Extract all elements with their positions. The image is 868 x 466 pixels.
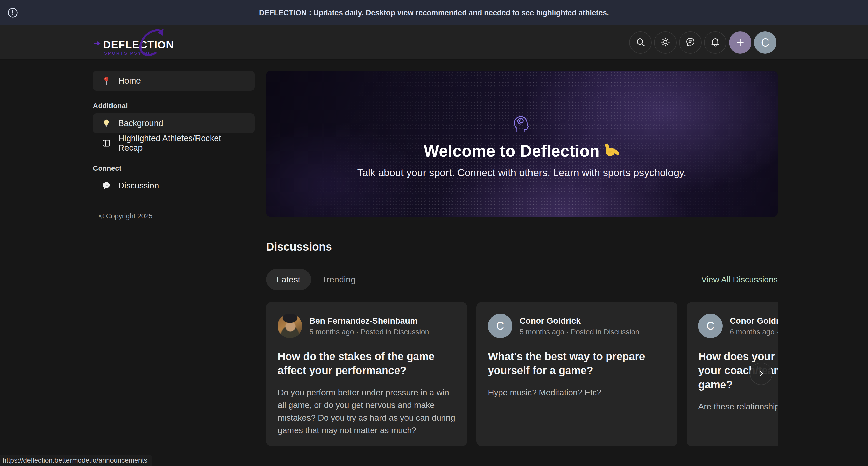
announcement-text: DEFLECTION : Updates daily. Desktop view… (259, 9, 609, 17)
carousel-next-button[interactable] (750, 362, 772, 385)
author-avatar-initial: C (496, 320, 504, 332)
plus-icon: + (736, 36, 744, 49)
mind-spiral-icon (509, 110, 534, 135)
sidebar-section-title: Additional (93, 102, 254, 110)
pin-icon (101, 76, 111, 86)
post-meta: 5 months ago · Posted in Discussion (309, 328, 429, 336)
card-track: Ben Fernandez-Sheinbaum 5 months ago · P… (266, 302, 778, 446)
sidebar-item-highlighted-athletes[interactable]: Highlighted Athletes/Rocket Recap (93, 133, 254, 153)
header-actions: + C (629, 31, 776, 54)
create-post-button[interactable]: + (729, 31, 751, 54)
author-avatar[interactable]: C (488, 314, 513, 338)
tab-latest[interactable]: Latest (266, 269, 311, 290)
search-button[interactable] (629, 31, 652, 54)
main-content: Welcome to Deflection Talk about your sp… (266, 71, 778, 446)
discussion-card[interactable]: Ben Fernandez-Sheinbaum 5 months ago · P… (266, 302, 467, 446)
sun-icon (660, 37, 671, 48)
alert-icon (7, 7, 18, 18)
theme-toggle-button[interactable] (654, 31, 677, 54)
author-name[interactable]: Ben Fernandez-Sheinbaum (309, 316, 429, 326)
messages-button[interactable] (679, 31, 702, 54)
discussions-carousel: Ben Fernandez-Sheinbaum 5 months ago · P… (266, 302, 778, 446)
hero-banner: Welcome to Deflection Talk about your sp… (266, 71, 778, 217)
chat-bubble-icon (685, 37, 695, 48)
post-meta: 6 months ago · Posted in Discussion (730, 328, 778, 336)
author-name[interactable]: Conor Goldrick (520, 316, 640, 326)
copyright-text: © Copyright 2025 (93, 212, 254, 220)
user-avatar-initial: C (761, 36, 769, 50)
sidebar-section-title: Connect (93, 164, 254, 172)
post-body: Are these relationships important to you… (698, 400, 778, 413)
author-name[interactable]: Conor Goldrick (730, 316, 778, 326)
site-header: DEFLECTION SPORTS PSYCH (0, 26, 868, 60)
shaka-hand-icon (602, 142, 620, 161)
sidebar-item-label: Background (118, 118, 163, 128)
sidebar-item-discussion[interactable]: Discussion (93, 176, 254, 196)
discussion-card[interactable]: C Conor Goldrick 5 months ago · Posted i… (476, 302, 677, 446)
post-title[interactable]: How do the stakes of the game affect you… (278, 349, 455, 378)
lightbulb-icon (101, 118, 111, 128)
view-all-discussions-link[interactable]: View All Discussions (701, 275, 778, 285)
chevron-right-icon (757, 369, 766, 379)
post-title[interactable]: What's the best way to prepare yourself … (488, 349, 665, 378)
logo[interactable]: DEFLECTION SPORTS PSYCH (93, 30, 169, 56)
post-body: Hype music? Meditation? Etc? (488, 386, 665, 399)
discussions-heading: Discussions (266, 240, 778, 253)
speech-balloon-icon (101, 181, 111, 191)
post-body: Do you perform better under pressure in … (278, 386, 455, 437)
sidebar-item-background[interactable]: Background (93, 113, 254, 133)
sidebar-item-label: Highlighted Athletes/Rocket Recap (118, 134, 246, 153)
hero-title: Welcome to Deflection (424, 142, 599, 161)
logo-subtitle: SPORTS PSYCH (104, 51, 150, 56)
link-preview-statusbar: https://deflection.bettermode.io/announc… (0, 455, 152, 466)
bell-icon (710, 37, 720, 48)
discussions-tabs: Latest Trending View All Discussions (266, 269, 778, 290)
sidebar-item-label: Home (118, 76, 141, 86)
logo-arrow-icon (93, 40, 101, 49)
layout-sidebar-icon (101, 138, 111, 148)
link-preview-url: https://deflection.bettermode.io/announc… (3, 457, 147, 464)
sidebar: Home Additional Background Highlighted A… (93, 71, 254, 220)
author-avatar[interactable]: C (698, 314, 723, 338)
sidebar-item-label: Discussion (118, 181, 159, 191)
tab-trending[interactable]: Trending (311, 269, 366, 290)
announcement-bar: DEFLECTION : Updates daily. Desktop view… (0, 0, 868, 26)
post-meta: 5 months ago · Posted in Discussion (520, 328, 640, 336)
user-avatar[interactable]: C (754, 31, 776, 54)
hero-subtitle: Talk about your sport. Connect with othe… (357, 167, 686, 178)
search-icon (636, 37, 646, 48)
sidebar-item-home[interactable]: Home (93, 71, 254, 91)
page: { "announcement_bar": { "text": "DEFLECT… (0, 0, 868, 466)
notifications-button[interactable] (704, 31, 726, 54)
author-avatar[interactable] (278, 314, 302, 338)
logo-title: DEFLECTION (103, 39, 174, 51)
author-avatar-initial: C (706, 320, 714, 332)
